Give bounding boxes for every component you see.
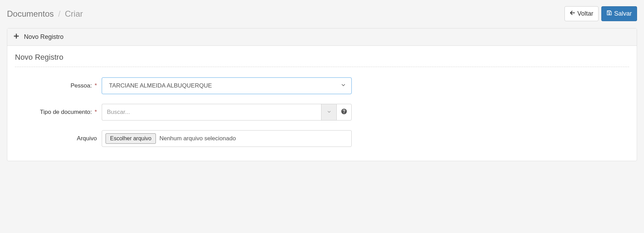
required-star: * <box>94 82 97 89</box>
arrow-left-icon <box>570 9 575 18</box>
breadcrumb-root[interactable]: Documentos <box>7 9 54 18</box>
form-row-pessoa: Pessoa: * TARCIANE ALMEIDA ALBUQUERQUE <box>15 77 629 94</box>
pessoa-label: Pessoa: * <box>15 82 102 89</box>
panel: Novo Registro Novo Registro Pessoa: * TA… <box>7 28 637 161</box>
pessoa-value: TARCIANE ALMEIDA ALBUQUERQUE <box>109 82 212 89</box>
file-status-text: Nenhum arquivo selecionado <box>159 135 236 142</box>
svg-point-3 <box>344 113 344 113</box>
breadcrumb-separator: / <box>58 9 60 18</box>
pessoa-select[interactable]: TARCIANE ALMEIDA ALBUQUERQUE <box>102 77 352 94</box>
back-button-label: Voltar <box>577 9 593 18</box>
header-buttons: Voltar Salvar <box>564 6 637 21</box>
panel-body: Novo Registro Pessoa: * TARCIANE ALMEIDA… <box>7 46 637 161</box>
tipo-documento-control <box>102 104 352 120</box>
panel-heading-text: Novo Registro <box>24 33 64 41</box>
chevron-down-icon <box>327 110 331 115</box>
tipo-documento-input[interactable] <box>102 104 321 120</box>
section-divider <box>15 67 629 67</box>
form-row-arquivo: Arquivo Escolher arquivo Nenhum arquivo … <box>15 130 629 147</box>
tipo-documento-label: Tipo de documento: * <box>15 109 102 116</box>
arquivo-label: Arquivo <box>15 135 102 142</box>
choose-file-button[interactable]: Escolher arquivo <box>106 133 156 144</box>
tipo-documento-help-button[interactable] <box>336 104 352 120</box>
tipo-documento-combo <box>102 104 352 120</box>
breadcrumb: Documentos / Criar <box>7 9 83 19</box>
page-header: Documentos / Criar Voltar Salvar <box>0 0 644 28</box>
pessoa-label-text: Pessoa: <box>70 82 92 89</box>
save-button-label: Salvar <box>614 9 632 18</box>
pessoa-control: TARCIANE ALMEIDA ALBUQUERQUE <box>102 77 352 94</box>
required-star: * <box>94 109 97 115</box>
plus-icon <box>14 33 19 41</box>
help-icon <box>341 108 347 116</box>
chevron-down-icon <box>341 82 346 89</box>
svg-rect-0 <box>608 11 610 12</box>
breadcrumb-current: Criar <box>65 9 83 18</box>
save-button[interactable]: Salvar <box>601 6 637 21</box>
arquivo-field[interactable]: Escolher arquivo Nenhum arquivo selecion… <box>102 130 352 147</box>
tipo-documento-dropdown-button[interactable] <box>321 104 336 120</box>
form-row-tipo-documento: Tipo de documento: * <box>15 104 629 120</box>
panel-heading[interactable]: Novo Registro <box>7 28 637 46</box>
save-icon <box>607 9 612 18</box>
section-title: Novo Registro <box>15 53 629 62</box>
arquivo-label-text: Arquivo <box>77 135 97 142</box>
svg-point-1 <box>609 13 610 15</box>
arquivo-control: Escolher arquivo Nenhum arquivo selecion… <box>102 130 352 147</box>
tipo-documento-label-text: Tipo de documento: <box>40 109 92 115</box>
back-button[interactable]: Voltar <box>564 6 599 21</box>
